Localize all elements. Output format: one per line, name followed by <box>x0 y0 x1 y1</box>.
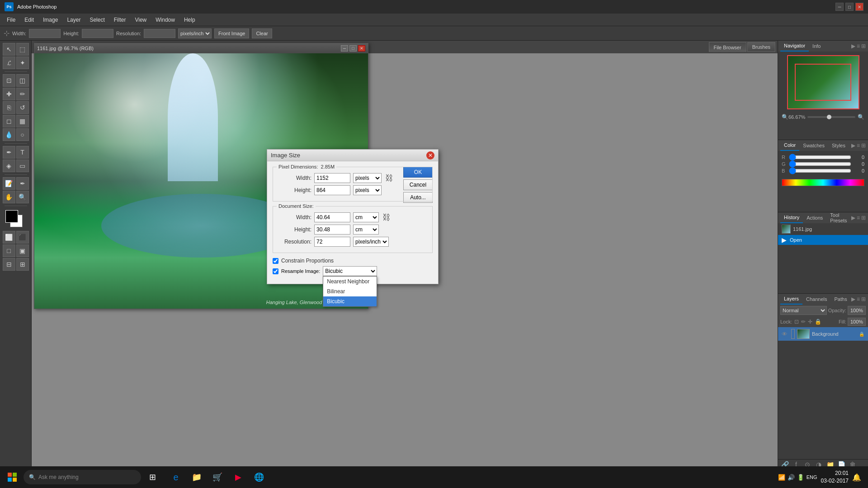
navigator-menu-icon[interactable]: ≡ <box>857 43 860 49</box>
menu-image[interactable]: Image <box>38 15 62 25</box>
foreground-color[interactable] <box>5 210 18 223</box>
navigator-expand-icon[interactable]: ⊞ <box>861 43 866 49</box>
screen-mode-1[interactable]: □ <box>3 244 15 257</box>
blur-tool[interactable]: 💧 <box>3 128 15 141</box>
menu-window[interactable]: Window <box>151 15 179 25</box>
doc-resolution-unit[interactable]: pixels/inch pixels/cm <box>353 237 389 247</box>
chrome-icon[interactable]: 🌐 <box>249 467 269 487</box>
zoom-slider-handle[interactable] <box>827 115 831 119</box>
opacity-input[interactable] <box>848 306 866 315</box>
history-collapse-icon[interactable]: ▶ <box>851 215 855 221</box>
layer-visibility-icon[interactable]: 👁 <box>782 331 789 338</box>
brushes-button[interactable]: Brushes <box>747 42 775 52</box>
tool-extra-2[interactable]: ⊞ <box>16 258 29 271</box>
width-input[interactable] <box>29 29 61 38</box>
tab-swatches[interactable]: Swatches <box>799 140 828 151</box>
dropdown-nearest-neighbor[interactable]: Nearest Neighbor <box>323 277 377 286</box>
doc-height-unit[interactable]: cm inches <box>353 225 379 235</box>
standard-mode[interactable]: ⬜ <box>3 231 15 244</box>
photo-minimize[interactable]: ─ <box>341 45 348 52</box>
unit-select[interactable]: pixels/inch pixels/cm <box>178 28 212 38</box>
tab-styles[interactable]: Styles <box>828 140 849 151</box>
history-brush-tool[interactable]: ↺ <box>16 101 29 114</box>
doc-resolution-input[interactable] <box>314 237 350 247</box>
tab-tool-presets[interactable]: Tool Presets <box>826 212 851 223</box>
menu-file[interactable]: File <box>2 15 20 25</box>
explorer-icon[interactable]: 📁 <box>187 467 207 487</box>
menu-filter[interactable]: Filter <box>109 15 131 25</box>
color-menu-icon[interactable]: ≡ <box>857 142 860 149</box>
history-item-open[interactable]: ▶ Open <box>778 235 868 245</box>
network-icon[interactable]: 📶 <box>778 474 785 481</box>
maximize-button[interactable]: □ <box>845 3 854 11</box>
edge-icon[interactable]: e <box>166 467 186 487</box>
stamp-tool[interactable]: ⎘ <box>3 101 15 114</box>
menu-edit[interactable]: Edit <box>20 15 38 25</box>
dropdown-bilinear[interactable]: Bilinear <box>323 286 377 296</box>
lasso-tool[interactable]: 𝓛 <box>3 56 15 69</box>
zoom-tool[interactable]: 🔍 <box>16 191 29 203</box>
constrain-checkbox[interactable] <box>273 258 278 264</box>
color-expand-icon[interactable]: ⊞ <box>861 142 866 149</box>
g-slider[interactable] <box>789 162 851 166</box>
language-indicator[interactable]: ENG <box>807 474 817 480</box>
tab-layers[interactable]: Layers <box>780 294 802 305</box>
foreground-background-colors[interactable] <box>5 210 26 228</box>
battery-icon[interactable]: 🔋 <box>797 474 804 481</box>
pixel-height-input[interactable] <box>314 185 350 195</box>
color-collapse-icon[interactable]: ▶ <box>851 142 855 149</box>
notification-icon[interactable]: 🔔 <box>852 473 861 482</box>
start-button[interactable] <box>2 467 22 487</box>
lock-position-icon[interactable]: ✛ <box>808 319 812 325</box>
tab-channels[interactable]: Channels <box>802 294 830 305</box>
menu-select[interactable]: Select <box>85 15 109 25</box>
zoom-out-icon[interactable]: 🔍 <box>782 114 788 120</box>
photo-close[interactable]: ✕ <box>358 45 365 52</box>
lock-transparent-icon[interactable]: ⊡ <box>794 319 799 325</box>
layer-item-background[interactable]: 👁 Background 🔒 <box>778 327 868 341</box>
b-slider[interactable] <box>789 169 851 173</box>
photo-maximize[interactable]: □ <box>349 45 357 52</box>
healing-tool[interactable]: ✚ <box>3 88 15 100</box>
front-image-button[interactable]: Front Image <box>214 28 249 38</box>
volume-icon[interactable]: 🔊 <box>788 474 795 481</box>
minimize-button[interactable]: ─ <box>835 3 844 11</box>
pen-tool[interactable]: ✒ <box>3 146 15 159</box>
resample-select[interactable]: Bicubic Nearest Neighbor Bilinear <box>323 266 377 276</box>
resample-checkbox[interactable] <box>273 268 278 274</box>
clear-button[interactable]: Clear <box>252 28 272 38</box>
r-slider[interactable] <box>789 155 851 159</box>
shape-tool[interactable]: ▭ <box>16 160 29 172</box>
tab-paths[interactable]: Paths <box>831 294 851 305</box>
gradient-tool[interactable]: ▦ <box>16 115 29 127</box>
fill-input[interactable] <box>848 318 866 326</box>
eraser-tool[interactable]: ◻ <box>3 115 15 127</box>
type-tool[interactable]: T <box>16 146 29 159</box>
dropdown-bicubic[interactable]: Bicubic <box>323 296 377 306</box>
media-icon[interactable]: ▶ <box>228 467 248 487</box>
crop-tool[interactable]: ⊡ <box>3 74 15 87</box>
lock-image-icon[interactable]: ✏ <box>801 319 806 325</box>
quick-mask-mode[interactable]: ⬛ <box>16 231 29 244</box>
height-input[interactable] <box>82 29 113 38</box>
notes-tool[interactable]: 📝 <box>3 177 15 190</box>
doc-height-input[interactable] <box>314 225 350 235</box>
color-spectrum[interactable] <box>782 179 864 186</box>
close-button[interactable]: ✕ <box>855 3 863 11</box>
navigator-collapse-icon[interactable]: ▶ <box>851 43 855 49</box>
tab-info[interactable]: Info <box>809 41 824 52</box>
screen-mode-2[interactable]: ▣ <box>16 244 29 257</box>
layers-menu-icon[interactable]: ≡ <box>857 296 860 302</box>
tool-extra-1[interactable]: ⊟ <box>3 258 15 271</box>
store-icon[interactable]: 🛒 <box>208 467 227 487</box>
menu-help[interactable]: Help <box>179 15 200 25</box>
history-expand-icon[interactable]: ⊞ <box>861 215 866 221</box>
pixel-width-input[interactable] <box>314 173 350 183</box>
lock-all-icon[interactable]: 🔒 <box>815 319 821 325</box>
doc-width-input[interactable] <box>314 212 350 222</box>
zoom-in-icon[interactable]: 🔍 <box>858 114 864 120</box>
selection-tool[interactable]: ⬚ <box>16 43 29 56</box>
doc-width-unit[interactable]: cm inches pixels <box>353 212 379 222</box>
tab-actions[interactable]: Actions <box>803 212 826 223</box>
magic-wand-tool[interactable]: ✦ <box>16 56 29 69</box>
